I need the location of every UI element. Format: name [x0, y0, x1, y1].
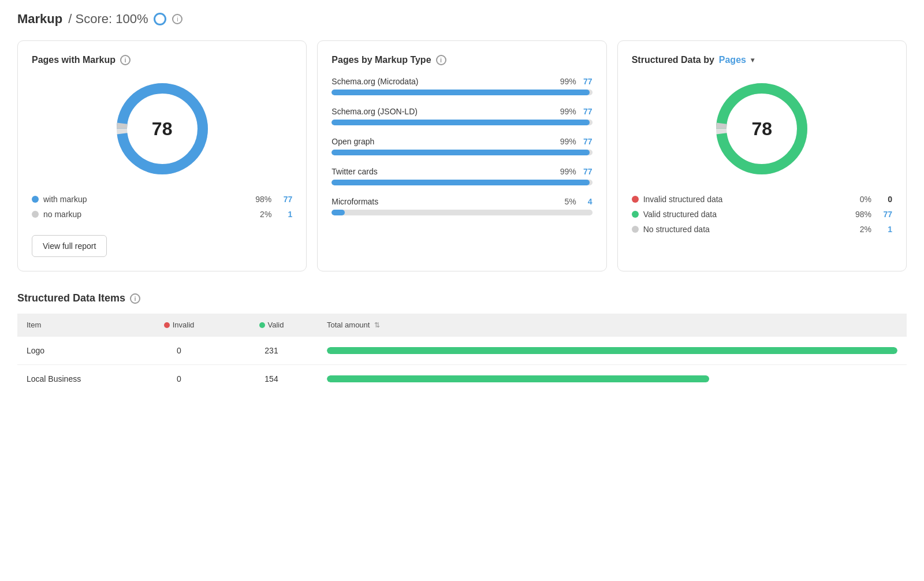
- invalid-dot-icon: [164, 322, 170, 328]
- legend-dot-blue: [32, 196, 39, 203]
- structured-data-items-table: Item Invalid Valid Total amount ⇅: [17, 314, 907, 393]
- card2-info-icon[interactable]: i: [436, 55, 446, 65]
- page-title: Markup: [17, 12, 62, 27]
- card3-title: Structured Data by Pages ▾: [632, 55, 892, 65]
- card3-legend: Invalid structured data 0% 0 Valid struc…: [632, 195, 892, 234]
- table-row: Logo 0 231: [17, 337, 907, 365]
- cell-item-logo: Logo: [17, 337, 133, 365]
- card1-legend: with markup 98% 77 no markup 2% 1: [32, 195, 292, 219]
- bar-fill-jsonld: [331, 120, 590, 125]
- table-bar-track-logo: [327, 347, 897, 354]
- legend-item-with-markup: with markup 98% 77: [32, 195, 292, 204]
- legend-dot-green: [632, 211, 639, 218]
- section-info-icon[interactable]: i: [130, 293, 140, 304]
- structured-data-items-section-title: Structured Data Items i: [17, 292, 907, 304]
- card2-title: Pages by Markup Type i: [331, 55, 592, 65]
- structured-data-pages-link[interactable]: Pages: [719, 55, 746, 65]
- markup-item-twitter: Twitter cards 99% 77: [331, 167, 592, 185]
- card1-center-value: 78: [152, 118, 173, 140]
- legend-item-no-structured: No structured data 2% 1: [632, 225, 892, 234]
- col-valid: Valid: [225, 314, 318, 337]
- card3-center-value: 78: [752, 118, 773, 140]
- header-info-icon[interactable]: i: [172, 14, 182, 24]
- markup-item-opengraph: Open graph 99% 77: [331, 137, 592, 155]
- legend-item-no-markup: no markup 2% 1: [32, 210, 292, 219]
- legend-dot-gray2: [632, 226, 639, 233]
- valid-dot-icon: [259, 322, 265, 328]
- markup-item-microformats: Microformats 5% 4: [331, 197, 592, 215]
- markup-item-jsonld: Schema.org (JSON-LD) 99% 77: [331, 107, 592, 125]
- table-bar-track-local-business: [327, 375, 897, 382]
- bar-track-jsonld: [331, 120, 592, 125]
- card1-donut-container: 78: [32, 77, 292, 181]
- card3-donut-container: 78: [632, 77, 892, 181]
- score-circle-icon: [154, 13, 166, 25]
- pages-with-markup-card: Pages with Markup i 78 with markup 98% 7…: [17, 40, 307, 271]
- markup-item-microdata: Schema.org (Microdata) 99% 77: [331, 77, 592, 95]
- legend-item-valid-structured: Valid structured data 98% 77: [632, 210, 892, 219]
- view-full-report-button[interactable]: View full report: [32, 235, 107, 257]
- bar-fill-twitter: [331, 180, 590, 185]
- table-header: Item Invalid Valid Total amount ⇅: [17, 314, 907, 337]
- table-bar-fill-local-business: [327, 375, 709, 382]
- card1-info-icon[interactable]: i: [120, 55, 131, 65]
- legend-item-invalid-structured: Invalid structured data 0% 0: [632, 195, 892, 204]
- bar-track-opengraph: [331, 150, 592, 155]
- bar-fill-microformats: [331, 210, 345, 215]
- chevron-down-icon: ▾: [751, 56, 754, 64]
- cards-row: Pages with Markup i 78 with markup 98% 7…: [17, 40, 907, 271]
- card1-title: Pages with Markup i: [32, 55, 292, 65]
- cell-valid-logo: 231: [225, 337, 318, 365]
- bar-track-microdata: [331, 90, 592, 95]
- sort-icon: ⇅: [374, 321, 380, 329]
- structured-data-by-pages-card: Structured Data by Pages ▾ 78 Invalid st…: [617, 40, 907, 271]
- cell-bar-local-business: [318, 364, 907, 393]
- markup-items-list: Schema.org (Microdata) 99% 77 Schema.org…: [331, 77, 592, 215]
- table-body: Logo 0 231 Local Business 0 154: [17, 337, 907, 393]
- page-header: Markup / Score: 100% i: [17, 12, 907, 27]
- bar-track-twitter: [331, 180, 592, 185]
- cell-valid-local-business: 154: [225, 364, 318, 393]
- bar-fill-microdata: [331, 90, 590, 95]
- table-bar-fill-logo: [327, 347, 897, 354]
- cell-bar-logo: [318, 337, 907, 365]
- col-invalid: Invalid: [133, 314, 225, 337]
- table-row: Local Business 0 154: [17, 364, 907, 393]
- cell-invalid-logo: 0: [133, 337, 225, 365]
- table-header-row: Item Invalid Valid Total amount ⇅: [17, 314, 907, 337]
- legend-dot-gray: [32, 211, 39, 218]
- bar-track-microformats: [331, 210, 592, 215]
- cell-item-local-business: Local Business: [17, 364, 133, 393]
- page-score: / Score: 100%: [68, 12, 148, 27]
- bar-fill-opengraph: [331, 150, 590, 155]
- pages-by-markup-type-card: Pages by Markup Type i Schema.org (Micro…: [317, 40, 606, 271]
- cell-invalid-local-business: 0: [133, 364, 225, 393]
- legend-dot-red: [632, 196, 639, 203]
- col-total[interactable]: Total amount ⇅: [318, 314, 907, 337]
- col-item: Item: [17, 314, 133, 337]
